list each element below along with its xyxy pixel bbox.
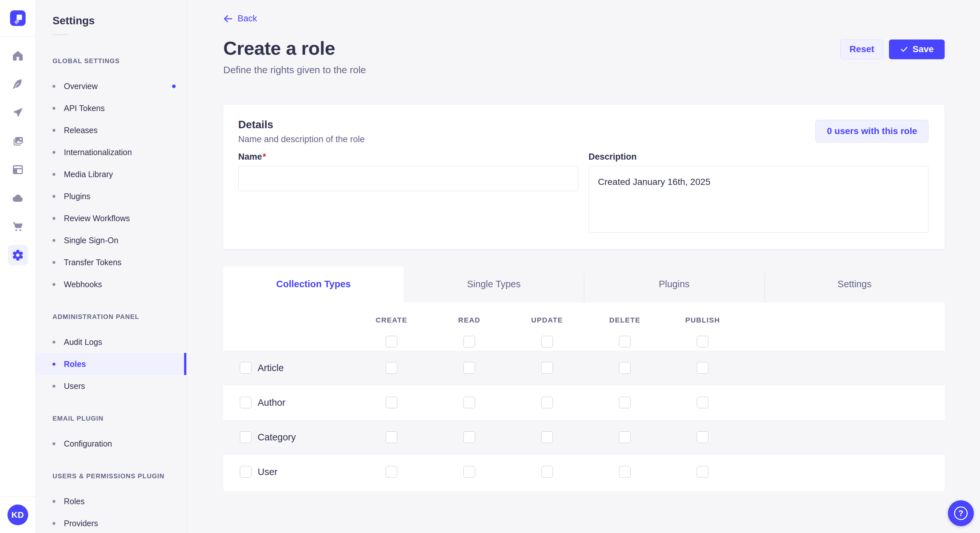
- strapi-logo-icon[interactable]: [10, 10, 25, 26]
- select-row-category-checkbox[interactable]: [240, 431, 251, 443]
- category-publish-checkbox[interactable]: [697, 431, 708, 443]
- layout-icon[interactable]: [8, 160, 28, 180]
- page-subtitle: Define the rights given to the role: [223, 65, 945, 75]
- media-images-icon[interactable]: [8, 131, 28, 151]
- category-create-checkbox[interactable]: [386, 431, 397, 443]
- users-with-role-badge[interactable]: 0 users with this role: [815, 120, 929, 143]
- app-root: KD Settings GLOBAL SETTINGSOverviewAPI T…: [0, 0, 980, 533]
- select-all-delete-checkbox[interactable]: [619, 336, 631, 347]
- details-head-text: Details Name and description of the role: [238, 118, 364, 144]
- permission-row-article: Article: [223, 351, 945, 385]
- sidebar-item-audit-logs[interactable]: Audit Logs: [36, 331, 186, 353]
- select-row-author-checkbox[interactable]: [240, 397, 251, 408]
- bullet-icon: [52, 522, 56, 525]
- user-update-checkbox[interactable]: [541, 466, 553, 477]
- bullet-icon: [52, 341, 56, 344]
- sidebar-item-single-sign-on[interactable]: Single Sign-On: [36, 229, 186, 251]
- description-label: Description: [589, 152, 929, 161]
- tab-collection-types[interactable]: Collection Types: [223, 266, 404, 302]
- permissions-body: ArticleAuthorCategoryUser: [223, 351, 945, 489]
- required-asterisk: *: [263, 152, 266, 162]
- nav-section-global-settings: GLOBAL SETTINGSOverviewAPI TokensRelease…: [36, 57, 186, 295]
- bullet-icon: [52, 107, 56, 110]
- article-delete-checkbox[interactable]: [619, 362, 631, 374]
- select-all-read-checkbox[interactable]: [463, 336, 475, 347]
- author-publish-checkbox[interactable]: [697, 397, 708, 408]
- sidebar-item-label: Audit Logs: [64, 338, 102, 347]
- sidebar-item-providers[interactable]: Providers: [36, 512, 186, 533]
- category-update-checkbox[interactable]: [541, 431, 553, 443]
- marketplace-cart-icon[interactable]: [8, 217, 28, 237]
- sidebar-item-media-library[interactable]: Media Library: [36, 163, 186, 185]
- column-header-publish: PUBLISH: [664, 314, 741, 327]
- sidebar-item-overview[interactable]: Overview: [36, 75, 186, 97]
- article-publish-checkbox[interactable]: [697, 362, 708, 374]
- user-update-cell: [508, 466, 586, 477]
- select-all-publish-checkbox[interactable]: [697, 336, 708, 347]
- tab-plugins[interactable]: Plugins: [584, 266, 765, 302]
- description-textarea[interactable]: Created January 16th, 2025: [589, 166, 929, 233]
- author-read-checkbox[interactable]: [463, 397, 475, 408]
- reset-button[interactable]: Reset: [840, 40, 883, 59]
- article-read-checkbox[interactable]: [463, 362, 475, 374]
- category-update-cell: [508, 431, 586, 443]
- avatar[interactable]: KD: [8, 504, 28, 525]
- sidebar-item-label: Webhooks: [64, 280, 102, 289]
- category-read-checkbox[interactable]: [463, 431, 475, 443]
- select-row-user-checkbox[interactable]: [240, 466, 251, 477]
- back-label: Back: [237, 14, 257, 24]
- user-create-checkbox[interactable]: [386, 466, 397, 477]
- feather-icon[interactable]: [8, 74, 28, 94]
- user-publish-checkbox[interactable]: [697, 466, 708, 477]
- article-update-checkbox[interactable]: [541, 362, 553, 374]
- tab-single-types[interactable]: Single Types: [404, 266, 584, 302]
- sidebar-item-roles[interactable]: Roles: [36, 353, 186, 375]
- notification-dot: [172, 84, 176, 88]
- home-icon[interactable]: [8, 46, 28, 66]
- tab-settings[interactable]: Settings: [765, 266, 945, 302]
- category-delete-cell: [586, 431, 664, 443]
- sidebar-item-internationalization[interactable]: Internationalization: [36, 141, 186, 163]
- page-title: Create a role: [223, 38, 335, 58]
- sidebar-item-label: Configuration: [64, 439, 112, 449]
- author-create-checkbox[interactable]: [386, 397, 397, 408]
- user-delete-checkbox[interactable]: [619, 466, 631, 477]
- cloud-icon[interactable]: [8, 188, 28, 208]
- author-update-checkbox[interactable]: [541, 397, 553, 408]
- sidebar-item-label: Roles: [64, 359, 86, 369]
- sidebar-item-label: Roles: [64, 497, 84, 506]
- select-row-article-checkbox[interactable]: [240, 362, 251, 374]
- sidebar-item-plugins[interactable]: Plugins: [36, 185, 186, 207]
- name-input[interactable]: [238, 166, 578, 191]
- select-all-delete-cell: [586, 336, 664, 347]
- permissions-tabs: Collection TypesSingle TypesPluginsSetti…: [223, 266, 945, 302]
- back-link[interactable]: Back: [223, 14, 257, 24]
- sidebar-item-roles[interactable]: Roles: [36, 490, 186, 512]
- help-button[interactable]: ?: [948, 500, 974, 526]
- category-delete-checkbox[interactable]: [619, 431, 631, 443]
- nav-section-label: ADMINISTRATION PANEL: [52, 313, 186, 320]
- author-publish-cell: [664, 397, 741, 408]
- save-button[interactable]: Save: [889, 40, 945, 59]
- sidebar-item-review-workflows[interactable]: Review Workflows: [36, 207, 186, 229]
- settings-gear-icon[interactable]: [8, 245, 28, 265]
- user-read-checkbox[interactable]: [463, 466, 475, 477]
- sidebar-item-releases[interactable]: Releases: [36, 119, 186, 141]
- column-header-create: CREATE: [353, 314, 430, 327]
- paper-plane-icon[interactable]: [8, 103, 28, 123]
- sidebar-item-transfer-tokens[interactable]: Transfer Tokens: [36, 251, 186, 273]
- author-delete-cell: [586, 397, 664, 408]
- select-all-create-checkbox[interactable]: [386, 336, 397, 347]
- sidebar-item-webhooks[interactable]: Webhooks: [36, 273, 186, 295]
- details-card-head: Details Name and description of the role…: [238, 118, 929, 144]
- details-card: Details Name and description of the role…: [223, 105, 945, 249]
- select-all-update-checkbox[interactable]: [541, 336, 553, 347]
- article-create-checkbox[interactable]: [386, 362, 397, 374]
- row-label-cell: Article: [223, 362, 353, 374]
- rail-icon-list: [8, 36, 28, 265]
- icon-rail: KD: [0, 0, 36, 533]
- sidebar-item-users[interactable]: Users: [36, 375, 186, 397]
- sidebar-item-api-tokens[interactable]: API Tokens: [36, 97, 186, 119]
- author-delete-checkbox[interactable]: [619, 397, 631, 408]
- sidebar-item-configuration[interactable]: Configuration: [36, 433, 186, 455]
